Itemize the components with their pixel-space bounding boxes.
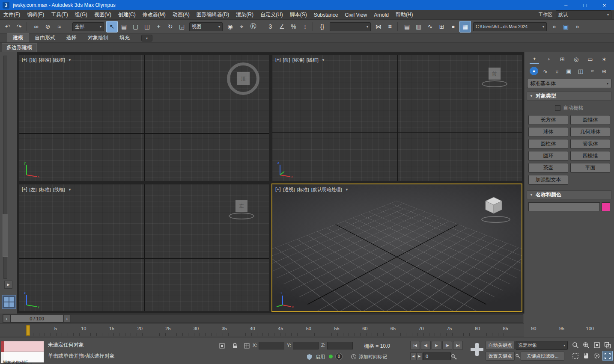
dock-expand-arrow[interactable]: ▶ bbox=[4, 281, 12, 289]
keyboard-shortcut-override-icon[interactable]: Ⓚ bbox=[248, 21, 259, 32]
absolute-offset-mode-icon[interactable] bbox=[242, 341, 251, 350]
app-icon[interactable]: 3 bbox=[3, 2, 9, 9]
primitive-plane-button[interactable]: 平面 bbox=[570, 163, 610, 173]
object-color-swatch[interactable] bbox=[602, 202, 610, 211]
chevron-down-icon[interactable]: ▼ bbox=[322, 58, 325, 62]
tab-display[interactable]: ▭ bbox=[585, 55, 595, 63]
set-keys-button[interactable] bbox=[470, 341, 484, 358]
next-frame-arrow[interactable]: › bbox=[63, 315, 71, 323]
rendered-frame-window-icon[interactable]: ▣ bbox=[560, 21, 571, 32]
viewport-label-segment[interactable]: [前] bbox=[283, 57, 290, 63]
category-systems[interactable]: ⊛ bbox=[599, 67, 609, 75]
isolate-selection-icon[interactable] bbox=[218, 341, 226, 350]
category-helpers[interactable]: ◫ bbox=[576, 67, 585, 75]
selection-filter-dropdown[interactable]: 全部 ▾ bbox=[72, 22, 104, 31]
menu-views[interactable]: 视图(V) bbox=[91, 10, 115, 19]
viewport-label-segment[interactable]: [标准] bbox=[39, 186, 51, 193]
viewcube[interactable]: 顶 bbox=[227, 62, 259, 95]
viewport-label-segment[interactable]: [默认明暗处理] bbox=[311, 186, 342, 193]
menu-create[interactable]: 创建(C) bbox=[115, 10, 139, 19]
reference-coordinate-dropdown[interactable]: 视图 ▾ bbox=[189, 22, 223, 31]
align-icon[interactable]: ≡ bbox=[384, 21, 395, 32]
x-coordinate-field[interactable] bbox=[259, 342, 284, 349]
next-frame-button[interactable]: |▶ bbox=[442, 341, 452, 350]
current-frame-field[interactable]: 0 bbox=[423, 352, 451, 360]
track-bar[interactable]: 0510152025303540455055606570758085909510… bbox=[0, 323, 524, 337]
viewcube[interactable]: 前 bbox=[482, 68, 507, 87]
go-to-start-button[interactable]: |◀ bbox=[410, 341, 420, 350]
undo-icon[interactable]: ↶ bbox=[2, 21, 13, 32]
menu-file[interactable]: 文件(F) bbox=[0, 10, 24, 19]
viewport-front[interactable]: [+][前][标准][线框] ▼ 前 z x bbox=[272, 55, 522, 181]
viewport-layout-tabs-icon[interactable] bbox=[2, 295, 16, 309]
toolbar-overflow-icon[interactable]: » bbox=[549, 21, 560, 32]
primitive-teapot-button[interactable]: 茶壶 bbox=[528, 163, 568, 173]
time-slider[interactable]: ‹ 0 / 100 › bbox=[0, 314, 524, 323]
select-and-link-icon[interactable]: ∞ bbox=[31, 21, 42, 32]
redo-icon[interactable]: ↷ bbox=[14, 21, 24, 32]
object-type-rollout-header[interactable]: ▼ 对象类型 bbox=[527, 92, 612, 101]
key-mode-toggle-icon[interactable] bbox=[450, 352, 458, 361]
viewport-label-segment[interactable]: [标准] bbox=[39, 57, 51, 63]
unlink-selection-icon[interactable]: ⊘ bbox=[42, 21, 53, 32]
primitive-sphere-button[interactable]: 球体 bbox=[528, 127, 568, 137]
name-color-rollout-header[interactable]: ▼ 名称和颜色 bbox=[527, 190, 612, 199]
viewport-top[interactable]: [+][顶][标准][线框] ▼ 顶 y x bbox=[19, 55, 269, 181]
render-setup-icon[interactable]: ▦ bbox=[459, 21, 471, 33]
angle-snap-icon[interactable]: ∠ bbox=[277, 21, 287, 32]
viewport-label-segment[interactable]: [线框] bbox=[307, 57, 319, 63]
menu-graph-editors[interactable]: 图形编辑器(D) bbox=[193, 10, 233, 19]
snap-toggle-3d-icon[interactable]: 3 bbox=[265, 21, 276, 32]
y-coordinate-field[interactable] bbox=[293, 342, 319, 349]
primitive-tube-button[interactable]: 管状体 bbox=[570, 139, 610, 149]
viewcube[interactable] bbox=[481, 196, 510, 223]
dock-scrollbar-handle[interactable] bbox=[3, 214, 8, 257]
autogrid-checkbox[interactable] bbox=[555, 105, 560, 111]
viewport-left[interactable]: [+][左][标准][线框] ▼ 左 z y bbox=[19, 184, 269, 311]
tab-hierarchy[interactable]: ⊞ bbox=[557, 55, 567, 63]
minimize-button[interactable]: – bbox=[556, 0, 575, 10]
workspace-dropdown[interactable]: 默认 ▾ bbox=[556, 10, 611, 19]
schematic-view-icon[interactable]: ⊞ bbox=[436, 21, 447, 32]
set-key-button[interactable]: 设置关键点 bbox=[486, 352, 515, 361]
select-by-name-icon[interactable]: ▤ bbox=[119, 21, 129, 32]
viewcube-face[interactable]: 前 bbox=[489, 68, 501, 80]
viewport-label-segment[interactable]: [顶] bbox=[30, 57, 37, 63]
z-coordinate-field[interactable] bbox=[327, 342, 353, 349]
primitive-cylinder-button[interactable]: 圆柱体 bbox=[528, 139, 568, 149]
zoom-extents-all-icon[interactable] bbox=[602, 340, 613, 350]
primitive-torus-button[interactable]: 圆环 bbox=[528, 151, 568, 161]
pan-hand-icon[interactable] bbox=[581, 351, 591, 361]
ribbon-tab-populate[interactable]: 填充 bbox=[114, 33, 135, 42]
menu-substance[interactable]: Substance bbox=[310, 10, 342, 19]
toolbar-overflow-icon[interactable]: » bbox=[572, 21, 583, 32]
category-shapes[interactable]: ∿ bbox=[541, 67, 550, 75]
category-spacewarps[interactable]: ≈ bbox=[588, 67, 597, 75]
chevron-down-icon[interactable]: ▼ bbox=[68, 188, 72, 192]
chevron-down-icon[interactable]: ▼ bbox=[68, 58, 72, 62]
zoom-extents-icon[interactable] bbox=[592, 340, 602, 350]
viewport-perspective[interactable]: [+][透视][标准][默认明暗处理] ▼ z x bbox=[271, 183, 522, 312]
go-to-end-button[interactable]: ▶| bbox=[453, 341, 463, 350]
menu-scripting[interactable]: 脚本(S) bbox=[286, 10, 310, 19]
key-filters-button[interactable]: 关键点过滤器... bbox=[521, 352, 564, 361]
toggle-layer-explorer-icon[interactable]: ▥ bbox=[413, 21, 424, 32]
zoom-region-icon[interactable] bbox=[570, 351, 581, 361]
viewport-label-segment[interactable]: [标准] bbox=[297, 186, 309, 193]
previous-frame-button[interactable]: ◀| bbox=[421, 341, 431, 350]
play-animation-button[interactable]: ▶ bbox=[432, 341, 441, 350]
window-crossing-icon[interactable]: ◫ bbox=[142, 21, 152, 32]
viewport-label-segment[interactable]: [左] bbox=[30, 186, 37, 193]
mirror-icon[interactable]: ⋈ bbox=[373, 21, 384, 32]
key-default-filter-dropdown[interactable]: 选定对象 ▾ bbox=[516, 341, 568, 350]
close-button[interactable]: × bbox=[595, 0, 614, 10]
previous-frame-arrow[interactable]: ‹ bbox=[3, 315, 10, 323]
selection-region-icon[interactable]: ▢ bbox=[130, 21, 141, 32]
viewport-label-segment[interactable]: [线框] bbox=[53, 186, 65, 193]
chevron-down-icon[interactable]: ▼ bbox=[345, 188, 349, 192]
primitive-cone-button[interactable]: 圆锥体 bbox=[570, 115, 610, 125]
viewcube[interactable]: 左 bbox=[229, 200, 254, 219]
percent-snap-icon[interactable]: % bbox=[288, 21, 299, 32]
auto-key-button[interactable]: 自动关键点 bbox=[486, 341, 515, 350]
spinner-snap-icon[interactable]: ↕ bbox=[300, 21, 310, 32]
